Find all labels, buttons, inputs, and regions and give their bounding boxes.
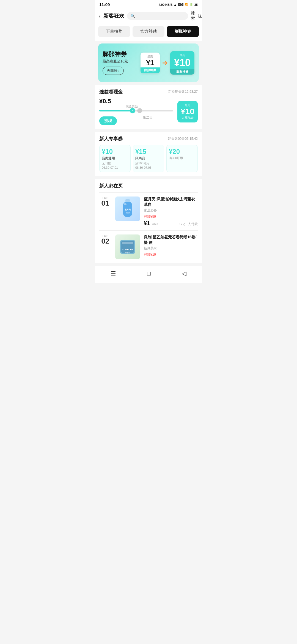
svg-rect-7 — [122, 242, 133, 244]
banner-title: 膨胀神券 — [103, 51, 128, 58]
checkin-title: 连签领现金 — [99, 89, 123, 95]
vouchers-section: 新人专享券 距失效00天06:15:42 ¥10 品类通用 无门槛 06.30-… — [95, 132, 202, 176]
coupon-small-amount: ¥1 — [143, 59, 157, 66]
product-rank-2: TOP 02 — [99, 234, 111, 245]
coupons-row: ¥10 品类通用 无门槛 06.30-07.01 ¥15 限商品 满100可用 … — [99, 145, 198, 172]
product-image-2: COMFORT 16卷装 — [115, 234, 140, 259]
voucher-item-1[interactable]: ¥10 品类通用 无门槛 06.30-07.01 — [99, 145, 131, 172]
vouchers-timer: 距失效00天06:15:42 — [168, 137, 198, 141]
checkin-timer: 距提现失效12:53:27 — [168, 89, 198, 94]
status-bar: 11:09 4.00 KB/S ▲ HD 📶 🔋 35 — [95, 0, 202, 8]
nav-home-icon[interactable]: □ — [147, 270, 151, 277]
header: ‹ 新客狂欢 🔍 搜索 规则 — [95, 8, 202, 24]
banner-coupons: 最高 ¥1 膨胀神券 ➜ 最高 ¥10 膨胀神券 — [131, 51, 194, 75]
nav-back-icon[interactable]: ◁ — [182, 270, 186, 277]
tab-coupon[interactable]: 膨胀神券 — [167, 26, 199, 37]
voucher-item-3[interactable]: ¥20 满300可用 — [166, 145, 198, 172]
battery-icon: 🔋 — [189, 3, 193, 6]
voucher-1-desc1: 无门槛 — [102, 161, 128, 165]
checkin-section: 连签领现金 距提现失效12:53:27 ¥0.5 现金奖励 ✓ 提现 第二天 — [95, 85, 202, 129]
rank-num-2: 02 — [101, 238, 109, 245]
day-label: 第二天 — [122, 115, 173, 120]
hd-icon: HD — [178, 3, 183, 6]
product-item-2[interactable]: TOP 02 COMFORT 16卷装 良制 星芒如昼无芯卷筒纸16卷/提 便 … — [99, 230, 198, 263]
products-title: 新人都在买 — [99, 183, 198, 189]
search-bar[interactable]: 🔍 — [127, 12, 188, 20]
tab-subsidy[interactable]: 官方补贴 — [133, 26, 165, 37]
svg-text:16卷装: 16卷装 — [125, 252, 130, 253]
product-name-2: 良制 星芒如昼无芯卷筒纸16卷/提 便 — [144, 234, 198, 245]
tissue-svg: COMFORT 16卷装 — [118, 236, 137, 258]
tab-lottery[interactable]: 下单抽奖 — [98, 26, 130, 37]
signal-icon: 📶 — [185, 3, 188, 6]
back-button[interactable]: ‹ — [99, 13, 101, 19]
product-tag-1: 家居必备 — [144, 208, 198, 213]
banner-text: 膨胀神券 最高膨胀至10元 去膨胀 › — [103, 51, 128, 75]
nav-menu-icon[interactable]: ☰ — [111, 270, 116, 277]
voucher-2-title: 限商品 — [135, 156, 162, 161]
battery-level: 35 — [194, 3, 198, 6]
voucher-2-amount: ¥15 — [135, 148, 162, 155]
withdraw-button[interactable]: 提现 — [99, 116, 117, 125]
product-item-1[interactable]: TOP 01 蓝月亮 洗衣液 蓝月亮 深层洁净强效去污薰衣草自 家居必备 已减¥… — [99, 192, 198, 230]
coupon-small-bottom-label: 膨胀神券 — [141, 67, 160, 73]
svg-text:洗衣液: 洗衣液 — [126, 212, 130, 214]
voucher-3-amount: ¥20 — [169, 148, 195, 155]
svg-rect-0 — [125, 199, 130, 202]
products-section: 新人都在买 TOP 01 蓝月亮 洗衣液 蓝月亮 深层洁净强效去污薰衣草自 家居… — [95, 179, 202, 263]
product-rank-1: TOP 01 — [99, 197, 111, 207]
vouchers-title: 新人专享券 — [99, 136, 123, 142]
rank-num-1: 01 — [101, 200, 109, 207]
checkin-header: 连签领现金 距提现失效12:53:27 — [99, 89, 198, 95]
tabs-container: 下单抽奖 官方补贴 膨胀神券 — [95, 24, 202, 41]
status-time: 11:09 — [99, 2, 110, 7]
voucher-2-desc1: 满100可用 — [135, 161, 162, 165]
svg-rect-2 — [124, 203, 127, 205]
promotion-banner: 膨胀神券 最高膨胀至10元 去膨胀 › 最高 ¥1 膨胀神券 ➜ 最高 ¥10 … — [98, 43, 199, 82]
progress-dot-active: ✓ — [130, 108, 135, 113]
product-sales-1: 17万+人付款 — [179, 222, 198, 227]
page-title: 新客狂欢 — [103, 12, 124, 20]
checkin-amount: ¥0.5 — [99, 98, 173, 105]
rules-button[interactable]: 规则 — [198, 13, 202, 19]
progress-track: ✓ — [99, 110, 173, 111]
coupon-card-big[interactable]: 最高 ¥10 膨胀神券 — [170, 51, 194, 75]
product-price-1: ¥1 — [144, 220, 150, 227]
search-icon: 🔍 — [130, 14, 135, 18]
max-cash-amount: ¥10 — [181, 107, 194, 116]
vouchers-header: 新人专享券 距失效00天06:15:42 — [99, 136, 198, 142]
voucher-1-title: 品类通用 — [102, 156, 128, 161]
arrow-icon: ➜ — [162, 59, 168, 67]
max-cash-sublabel: 大额现金 — [181, 116, 194, 120]
max-cash-card: 最高 ¥10 大额现金 — [177, 101, 198, 122]
voucher-2-desc2: 06.30-07.03 — [135, 166, 162, 169]
coupon-big-amount: ¥10 — [173, 58, 192, 68]
bottom-nav: ☰ □ ◁ — [95, 266, 202, 283]
voucher-3-desc1: 满300可用 — [169, 156, 195, 160]
product-price-row-1: ¥1 ¥60 17万+人付款 — [144, 220, 198, 227]
product-image-1: 蓝月亮 洗衣液 — [115, 197, 140, 221]
voucher-item-2[interactable]: ¥15 限商品 满100可用 06.30-07.03 — [133, 145, 164, 172]
voucher-1-amount: ¥10 — [102, 148, 128, 155]
coupon-big-top-label: 最高 — [173, 53, 192, 57]
product-info-2: 良制 星芒如昼无芯卷筒纸16卷/提 便 畅爽美味 已减¥19 — [144, 234, 198, 257]
product-discount-1: 已减¥59 — [144, 214, 198, 219]
banner-subtitle: 最高膨胀至10元 — [103, 59, 128, 64]
product-info-1: 蓝月亮 深层洁净强效去污薰衣草自 家居必备 已减¥59 ¥1 ¥60 17万+人… — [144, 197, 198, 227]
search-input[interactable] — [137, 14, 185, 18]
svg-text:COMFORT: COMFORT — [122, 248, 133, 251]
coupon-small-top-label: 最高 — [143, 55, 157, 59]
progress-dot-inactive — [137, 108, 142, 113]
product-discount-2: 已减¥19 — [144, 252, 198, 257]
search-button[interactable]: 搜索 — [191, 11, 195, 21]
coupon-big-bottom-label: 膨胀神券 — [170, 69, 194, 75]
product-name-1: 蓝月亮 深层洁净强效去污薰衣草自 — [144, 197, 198, 207]
bottle-svg: 蓝月亮 洗衣液 — [119, 198, 136, 220]
product-tag-2: 畅爽美味 — [144, 246, 198, 251]
progress-fill — [99, 110, 133, 111]
svg-text:蓝月亮: 蓝月亮 — [125, 208, 131, 211]
status-right: 4.00 KB/S ▲ HD 📶 🔋 35 — [159, 3, 198, 6]
banner-cta-button[interactable]: 去膨胀 › — [103, 67, 124, 75]
wifi-icon: ▲ — [174, 3, 177, 6]
coupon-card-small[interactable]: 最高 ¥1 膨胀神券 — [141, 53, 160, 73]
